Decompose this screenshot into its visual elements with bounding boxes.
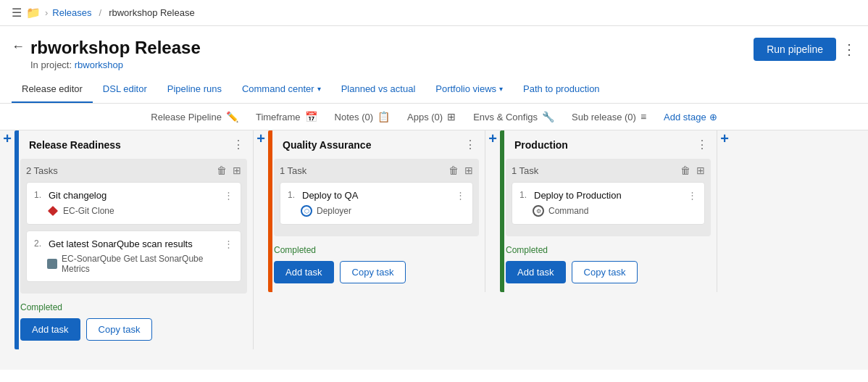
tab-portfolio-views[interactable]: Portfolio views ▾ (425, 76, 513, 103)
task-name-deploy-production: Deploy to Production (534, 190, 688, 201)
add-stage-label: Add stage (664, 112, 706, 123)
breadcrumb-releases[interactable]: Releases (52, 7, 91, 18)
add-stage-icon: ⊕ (709, 112, 717, 123)
project-line: In project: rbworkshop (30, 59, 201, 70)
tab-release-editor[interactable]: Release editor (12, 76, 93, 103)
tasks-actions-release-readiness: 🗑 ⊞ (217, 165, 241, 176)
stage-wrapper-production: + Production ⋮ 1 Task 🗑 ⊞ 1. (485, 130, 732, 292)
task-more-deploy-production[interactable]: ⋮ (688, 190, 697, 201)
portfolio-views-arrow: ▾ (499, 85, 503, 93)
calendar-icon: 📅 (305, 111, 317, 123)
stage-production: Production ⋮ 1 Task 🗑 ⊞ 1. Deploy to Pro… (500, 130, 717, 292)
status-completed-qa: Completed (274, 245, 479, 255)
stage-wrapper-qa: + Quality Assurance ⋮ 1 Task 🗑 ⊞ 1. (254, 130, 485, 292)
pipeline-canvas: + Release Readiness ⋮ 2 Tasks 🗑 ⊞ 1 (0, 130, 868, 370)
delete-icon-rr[interactable]: 🗑 (217, 165, 227, 176)
plus-after-stage-3[interactable]: + (717, 130, 732, 147)
task-name-deploy-qa: Deploy to QA (302, 190, 456, 201)
wrench-icon: 🔧 (542, 111, 554, 123)
task-more-deploy-qa[interactable]: ⋮ (456, 190, 465, 201)
stage-more-release-readiness[interactable]: ⋮ (233, 138, 244, 151)
stage-quality-assurance: Quality Assurance ⋮ 1 Task 🗑 ⊞ 1. Deploy… (268, 130, 485, 292)
task-card-deploy-qa: 1. Deploy to QA ⋮ ⬡ Deployer (280, 182, 473, 225)
sonarqube-icon (47, 259, 57, 269)
toolbar: Release Pipeline ✏️ Timeframe 📅 Notes (0… (0, 104, 868, 130)
stage-wrapper-release-readiness: + Release Readiness ⋮ 2 Tasks 🗑 ⊞ 1 (0, 130, 254, 349)
delete-icon-qa[interactable]: 🗑 (448, 165, 459, 176)
header-more-icon[interactable]: ⋮ (842, 41, 856, 58)
task-sub-label-deploy-qa: Deployer (317, 206, 351, 216)
task-more-sonarqube[interactable]: ⋮ (224, 238, 233, 249)
toolbar-envs-configs[interactable]: Envs & Configs 🔧 (473, 111, 554, 123)
task-card-git-changelog: 1. Git changelog ⋮ EC-Git Clone (26, 182, 241, 225)
run-pipeline-button[interactable]: Run pipeline (754, 38, 836, 61)
task-count-qa: 1 Task (280, 165, 306, 176)
command-center-arrow: ▾ (317, 85, 321, 93)
stage-name-release-readiness: Release Readiness (29, 139, 227, 151)
delete-icon-prod[interactable]: 🗑 (680, 165, 690, 176)
stage-actions-rr: Add task Copy task (14, 318, 253, 349)
plus-before-stage-1[interactable]: + (0, 130, 14, 147)
tasks-actions-qa: 🗑 ⊞ (448, 165, 473, 176)
task-sub-label-git-changelog: EC-Git Clone (63, 206, 114, 216)
notes-label: Notes (0) (335, 112, 373, 123)
tab-path-to-production[interactable]: Path to production (513, 76, 610, 103)
breadcrumb-slash: / (99, 7, 102, 18)
task-count-release-readiness: 2 Tasks (26, 165, 58, 176)
add-task-button-production[interactable]: Add task (506, 261, 566, 283)
grid-icon-qa[interactable]: ⊞ (464, 165, 473, 176)
copy-task-button-rr[interactable]: Copy task (86, 318, 153, 341)
deployer-icon: ⬡ (301, 205, 312, 217)
back-button[interactable]: ← (12, 39, 25, 54)
apps-icon: ⊞ (447, 111, 456, 123)
add-stage-button[interactable]: Add stage ⊕ (664, 112, 717, 123)
command-icon: ⚙ (533, 205, 544, 217)
stage-more-qa[interactable]: ⋮ (464, 138, 476, 151)
stage-actions-production: Add task Copy task (500, 261, 717, 292)
toolbar-apps[interactable]: Apps (0) ⊞ (407, 111, 456, 123)
release-pipeline-label: Release Pipeline (151, 112, 222, 123)
tab-dsl-editor[interactable]: DSL editor (93, 76, 157, 103)
tasks-section-qa: 1 Task 🗑 ⊞ 1. Deploy to QA ⋮ ⬡ (274, 159, 479, 236)
grid-icon-rr[interactable]: ⊞ (233, 165, 241, 176)
toolbar-notes[interactable]: Notes (0) 📋 (335, 111, 390, 123)
edit-icon: ✏️ (226, 111, 238, 123)
task-name-sonarqube: Get latest SonarQube scan results (49, 238, 224, 249)
stage-actions-qa: Add task Copy task (268, 261, 485, 292)
plus-before-stage-2[interactable]: + (254, 130, 268, 147)
add-task-button-rr[interactable]: Add task (20, 318, 80, 341)
add-task-button-qa[interactable]: Add task (274, 261, 334, 283)
toolbar-sub-release[interactable]: Sub release (0) ≡ (572, 111, 646, 123)
header: ← rbworkshop Release In project: rbworks… (0, 26, 868, 76)
status-completed-rr: Completed (20, 302, 247, 312)
copy-task-button-production[interactable]: Copy task (572, 261, 638, 283)
toolbar-timeframe[interactable]: Timeframe 📅 (256, 111, 317, 123)
task-card-sonarqube: 2. Get latest SonarQube scan results ⋮ E… (26, 231, 241, 282)
tab-pipeline-runs[interactable]: Pipeline runs (157, 76, 232, 103)
tasks-section-release-readiness: 2 Tasks 🗑 ⊞ 1. Git changelog ⋮ (20, 159, 247, 294)
task-sub-label-command: Command (548, 206, 588, 216)
breadcrumb-release: rbworkshop Release (109, 7, 195, 18)
tabs-bar: Release editor DSL editor Pipeline runs … (0, 76, 868, 104)
task-card-deploy-production: 1. Deploy to Production ⋮ ⚙ Command (512, 182, 705, 225)
tasks-actions-production: 🗑 ⊞ (680, 165, 705, 176)
toolbar-release-pipeline[interactable]: Release Pipeline ✏️ (151, 111, 238, 123)
list-icon: ≡ (640, 111, 646, 123)
stage-name-qa: Quality Assurance (283, 139, 459, 151)
plus-before-stage-3[interactable]: + (485, 130, 500, 147)
status-completed-production: Completed (506, 245, 711, 255)
menu-icon[interactable]: ☰ (12, 6, 22, 20)
breadcrumb-separator: › (45, 7, 48, 18)
task-num-prod-1: 1. (519, 190, 530, 200)
grid-icon-prod[interactable]: ⊞ (696, 165, 705, 176)
page-title: rbworkshop Release (30, 38, 201, 58)
folder-icon[interactable]: 📁 (26, 6, 41, 20)
project-link[interactable]: rbworkshop (75, 59, 123, 70)
tab-planned-vs-actual[interactable]: Planned vs actual (331, 76, 426, 103)
copy-task-button-qa[interactable]: Copy task (340, 261, 406, 283)
stage-more-production[interactable]: ⋮ (696, 138, 708, 151)
task-name-git-changelog: Git changelog (49, 190, 224, 201)
tab-command-center[interactable]: Command center ▾ (232, 76, 331, 103)
timeframe-label: Timeframe (256, 112, 301, 123)
task-more-git-changelog[interactable]: ⋮ (224, 190, 233, 201)
